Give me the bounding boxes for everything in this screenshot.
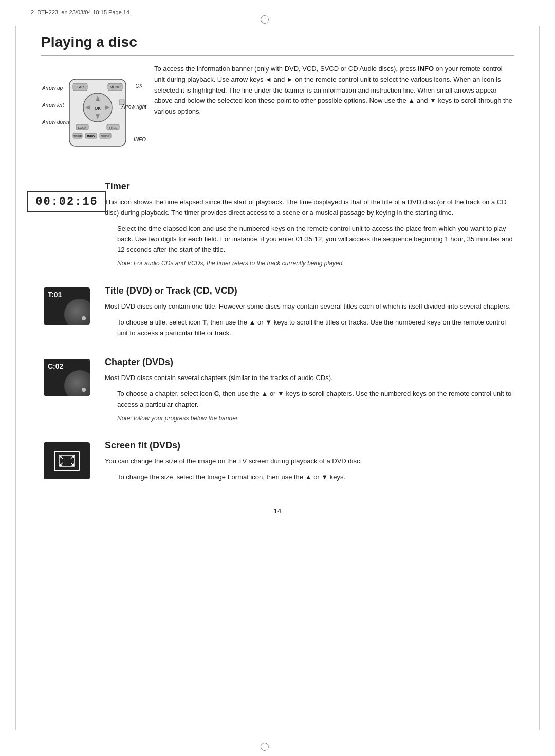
label-arrow-left: Arrow left	[42, 102, 64, 108]
top-description: To access the information banner (only w…	[154, 64, 514, 167]
remote-diagram: EAR MENU OK L	[41, 64, 144, 167]
svg-text:GUIDE: GUIDE	[101, 135, 110, 138]
label-arrow-up: Arrow up	[42, 85, 63, 91]
chapter-section: C:02 Chapter (DVDs) Most DVD discs conta…	[41, 357, 514, 425]
svg-text:EAR: EAR	[77, 85, 84, 89]
chapter-icon-container: C:02	[41, 357, 92, 398]
screenfit-heading: Screen fit (DVDs)	[105, 440, 514, 451]
svg-text:OK: OK	[95, 106, 101, 111]
title-icon-label: T:01	[48, 291, 62, 299]
title-heading: Title (DVD) or Track (CD, VCD)	[105, 285, 514, 296]
timer-heading: Timer	[105, 181, 514, 192]
chapter-disc-decoration	[64, 370, 90, 396]
timer-note: Note: For audio CDs and VCDs, the timer …	[117, 260, 514, 267]
screenfit-text1: You can change the size of the image on …	[105, 456, 514, 467]
label-info: INFO	[134, 137, 146, 142]
title-content: Title (DVD) or Track (CD, VCD) Most DVD …	[105, 285, 514, 343]
page-number: 14	[41, 502, 514, 520]
screenfit-icon-container	[41, 440, 92, 481]
timer-indented: Select the time elapsed icon and use the…	[117, 224, 514, 256]
label-arrow-right: Arrow right	[122, 104, 146, 110]
top-description-text: To access the information banner (only w…	[154, 64, 514, 117]
timer-content: Timer This icon shows the time elapsed s…	[105, 181, 514, 271]
screenfit-svg	[58, 454, 76, 468]
svg-text:TIMER: TIMER	[73, 135, 82, 138]
label-arrow-down: Arrow down	[42, 119, 69, 125]
title-indented: To choose a title, select icon T, then u…	[117, 317, 514, 339]
svg-text:INFO: INFO	[87, 135, 95, 138]
title-text1: Most DVD discs only contain one title. H…	[105, 301, 514, 312]
timer-text1: This icon shows the time elapsed since t…	[105, 197, 514, 219]
header-text: 2_DTH223_en 23/03/04 18:15 Page 14	[31, 9, 130, 15]
chapter-indented: To choose a chapter, select icon C, then…	[117, 389, 514, 410]
timer-icon: 00:02:16	[27, 191, 106, 212]
title-icon: T:01	[44, 287, 90, 325]
timer-icon-container: 00:02:16	[41, 181, 92, 222]
chapter-note: Note: follow your progress below the ban…	[117, 415, 514, 422]
content-area: Playing a disc EAR MENU OK	[0, 19, 555, 551]
title-section: T:01 Title (DVD) or Track (CD, VCD) Most…	[41, 285, 514, 343]
chapter-icon-label: C:02	[48, 362, 63, 370]
disc-decoration	[64, 299, 90, 325]
page-wrapper: 2_DTH223_en 23/03/04 18:15 Page 14 Playi…	[0, 0, 555, 756]
screen-inner	[54, 451, 80, 471]
screenfit-icon	[44, 442, 90, 479]
header-line: 2_DTH223_en 23/03/04 18:15 Page 14	[0, 0, 555, 19]
top-section: EAR MENU OK L	[41, 64, 514, 167]
page-title: Playing a disc	[41, 34, 514, 56]
disc-center	[82, 316, 86, 320]
screenfit-indented: To change the size, select the Image For…	[117, 472, 514, 483]
screenfit-content: Screen fit (DVDs) You can change the siz…	[105, 440, 514, 487]
chapter-icon: C:02	[44, 359, 90, 396]
chapter-text1: Most DVD discs contain several chapters …	[105, 373, 514, 384]
title-icon-container: T:01	[41, 285, 92, 327]
svg-text:MENU: MENU	[110, 85, 121, 89]
svg-text:LOCK: LOCK	[78, 126, 86, 129]
chapter-content: Chapter (DVDs) Most DVD discs contain se…	[105, 357, 514, 425]
label-ok: OK	[136, 83, 143, 89]
timer-section: 00:02:16 Timer This icon shows the time …	[41, 181, 514, 271]
svg-text:TITLE: TITLE	[109, 126, 117, 129]
screenfit-section: Screen fit (DVDs) You can change the siz…	[41, 440, 514, 487]
remote-svg: EAR MENU OK L	[41, 64, 144, 167]
svg-rect-22	[59, 455, 75, 466]
chapter-heading: Chapter (DVDs)	[105, 357, 514, 368]
